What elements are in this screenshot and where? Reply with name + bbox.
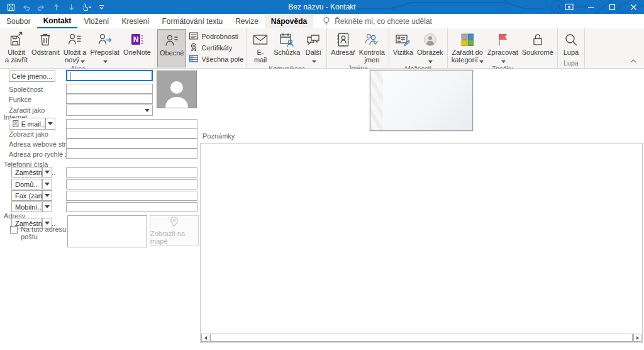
move-down-icon[interactable]	[64, 1, 78, 13]
save-close-button[interactable]: Uložita zavřít	[3, 29, 30, 64]
onenote-button[interactable]: N OneNote	[121, 29, 153, 64]
move-up-icon[interactable]	[49, 1, 63, 13]
contact-photo-placeholder[interactable]	[157, 71, 197, 108]
phone-fax-input[interactable]	[66, 191, 197, 201]
minimize-button[interactable]	[580, 0, 601, 14]
mailing-address-checkbox[interactable]	[10, 226, 18, 234]
text-caret	[70, 72, 70, 80]
certificates-button[interactable]: Certifikáty	[189, 42, 243, 54]
meeting-button[interactable]: Schůzka	[272, 29, 302, 64]
all-fields-icon	[189, 54, 199, 65]
phone-home-input[interactable]	[66, 179, 197, 189]
phone-fax-button[interactable]: Fax (zam.)..	[11, 190, 42, 201]
private-button[interactable]: Soukromé	[520, 29, 555, 64]
business-card-preview[interactable]	[370, 70, 473, 131]
scroll-left-icon[interactable]	[201, 334, 209, 342]
phone-fax-arrow[interactable]	[42, 190, 52, 201]
tab-revize[interactable]: Revize	[229, 14, 265, 28]
company-label: Společnost	[9, 86, 43, 93]
scrollbar-thumb[interactable]	[210, 334, 633, 342]
chevron-down-icon	[145, 109, 150, 112]
horizontal-scrollbar[interactable]	[201, 334, 641, 342]
save-icon[interactable]	[4, 1, 18, 13]
svg-text:N: N	[133, 35, 139, 44]
contact-form: Celé jméno... Společnost Funkce Zařadit …	[0, 69, 644, 349]
picture-button[interactable]: Obrázek	[415, 29, 445, 64]
touch-mouse-mode-icon[interactable]	[79, 1, 93, 13]
phone-home-button[interactable]: Domů..	[11, 179, 42, 189]
address-book-button[interactable]: Adresář	[329, 29, 357, 64]
forward-icon	[97, 30, 113, 48]
undo-icon[interactable]	[19, 1, 33, 13]
check-names-button[interactable]: Kontrolajmen	[357, 29, 387, 64]
im-address-input[interactable]	[66, 149, 197, 159]
business-card-strip	[370, 71, 383, 130]
check-names-icon	[364, 30, 380, 48]
ribbon-display-options-icon[interactable]	[558, 0, 580, 14]
display-as-input[interactable]	[66, 128, 197, 138]
tab-kontakt[interactable]: Kontakt	[37, 14, 78, 28]
save-new-button[interactable]: Uložit anový	[62, 29, 89, 64]
tab-soubor[interactable]: Soubor	[0, 14, 37, 28]
phone-mobile-arrow[interactable]	[42, 201, 52, 212]
tab-formatovani-textu[interactable]: Formátování textu	[155, 14, 229, 28]
notes-label: Poznámky	[203, 132, 235, 140]
company-input[interactable]	[66, 84, 153, 94]
onenote-icon: N	[129, 30, 145, 48]
email-button[interactable]: E-mail	[249, 29, 272, 64]
chevron-down-icon	[45, 205, 50, 208]
file-as-select[interactable]	[66, 104, 153, 116]
dropdown-chevron-icon	[312, 57, 316, 64]
full-name-input[interactable]	[66, 70, 153, 81]
show-on-map-button[interactable]: Zobrazit na mapě	[150, 215, 199, 246]
address-book-icon	[335, 30, 352, 48]
more-communication-button[interactable]: Další	[302, 29, 325, 64]
redo-icon[interactable]	[34, 1, 48, 13]
email-dropdown-arrow[interactable]	[45, 118, 55, 130]
notes-area[interactable]	[200, 143, 643, 343]
ribbon: Uložita zavřít Odstranit	[0, 28, 644, 69]
details-icon	[189, 31, 199, 42]
job-title-input[interactable]	[66, 94, 153, 104]
follow-up-button[interactable]: Zpracovat	[486, 29, 520, 64]
tab-vlozeni[interactable]: Vložení	[77, 14, 115, 28]
email-field-button[interactable]: E-mail..	[9, 118, 45, 130]
chevron-down-icon	[45, 194, 50, 197]
phone-business-button[interactable]: Zaměstnání..	[11, 167, 42, 178]
phone-business-arrow[interactable]	[42, 167, 52, 178]
chevron-down-icon	[45, 171, 50, 174]
phone-home-arrow[interactable]	[42, 179, 52, 189]
tab-kresleni[interactable]: Kreslení	[115, 14, 155, 28]
full-name-button[interactable]: Celé jméno...	[9, 71, 55, 82]
zoom-button[interactable]: Lupa	[560, 29, 582, 59]
maximize-button[interactable]	[601, 0, 623, 14]
phone-mobile-input[interactable]	[66, 202, 197, 212]
general-view-toggle[interactable]: Obecné	[157, 29, 187, 67]
business-card-icon	[395, 30, 411, 48]
tell-me-box[interactable]: Řekněte mi, co chcete udělat	[316, 14, 438, 28]
close-button[interactable]	[623, 0, 644, 14]
business-card-button[interactable]: Vizitka	[391, 29, 415, 64]
phone-business-input[interactable]	[66, 167, 197, 178]
tab-napoveda[interactable]: Nápověda	[265, 14, 313, 28]
outlook-contact-window: Bez názvu - Kontakt Soubor Kontakt Vlože…	[0, 0, 644, 350]
dropdown-chevron-icon	[103, 57, 108, 64]
categorize-button[interactable]: Zařadit dokategorií	[450, 29, 486, 64]
delete-button[interactable]: Odstranit	[30, 29, 62, 64]
meeting-icon	[279, 30, 295, 48]
collapse-ribbon-icon[interactable]	[630, 54, 636, 65]
email-input[interactable]	[66, 119, 197, 129]
details-button[interactable]: Podrobnosti	[189, 31, 243, 42]
certificates-icon	[189, 42, 199, 54]
web-address-input[interactable]	[66, 138, 197, 149]
ribbon-group-komunikace: E-mail Schůzka	[247, 28, 327, 68]
customize-qat-icon[interactable]	[94, 1, 108, 13]
address-textarea[interactable]	[67, 215, 147, 247]
dropdown-chevron-icon	[501, 57, 506, 64]
chevron-down-icon	[48, 122, 53, 125]
phone-mobile-button[interactable]: Mobilní..	[11, 201, 42, 212]
chevron-down-icon	[45, 222, 50, 225]
all-fields-button[interactable]: Všechna pole	[189, 54, 243, 65]
scroll-right-icon[interactable]	[633, 334, 641, 342]
forward-button[interactable]: Přeposlat	[88, 29, 121, 64]
